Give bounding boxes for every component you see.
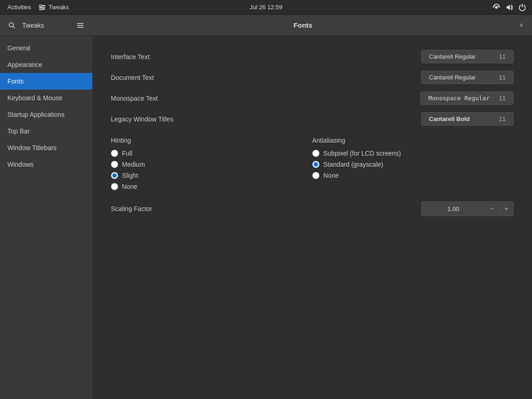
document-text-label: Document Text [111,74,421,81]
antialiasing-subpixel-label: Subpixel (for LCD screens) [323,150,401,157]
app-header-left: Tweaks [0,19,92,32]
hinting-full-option[interactable]: Full [111,150,312,157]
document-text-size: 11 [499,74,506,81]
topbar-right [492,3,526,12]
hinting-medium-option[interactable]: Medium [111,161,312,168]
monospace-text-button[interactable]: Monospace Regular 11 [420,91,514,105]
hinting-label: Hinting [111,137,312,144]
tweaks-app-icon [38,4,46,11]
hamburger-button[interactable] [74,19,87,32]
sidebar-item-top-bar[interactable]: Top Bar [0,123,92,139]
hinting-full-radio[interactable] [111,150,118,157]
hinting-slight-label: Slight [122,172,138,179]
svg-point-5 [40,8,42,10]
hinting-antialiasing-section: Hinting Full Medium Slight [111,137,514,190]
document-text-button[interactable]: Cantarell Regular 11 [421,71,514,84]
scaling-plus-button[interactable]: + [500,202,513,216]
monospace-text-label: Monospace Text [111,95,420,102]
svg-point-6 [495,6,498,9]
topbar-left: Activities Tweaks [6,3,69,12]
sidebar-item-appearance[interactable]: Appearance [0,56,92,73]
document-text-font: Cantarell Regular [429,74,476,81]
antialiasing-subpixel-radio[interactable] [312,150,320,157]
legacy-window-titles-label: Legacy Window Titles [111,115,421,123]
svg-rect-9 [77,25,84,26]
app-title: Tweaks [22,22,70,29]
section-title: Fonts [294,21,313,29]
antialiasing-standard-option[interactable]: Standard (grayscale) [312,161,514,168]
hinting-none-radio[interactable] [111,183,118,190]
svg-rect-8 [77,23,84,24]
volume-icon[interactable] [505,3,514,12]
tweaks-label: Tweaks [48,4,69,11]
document-text-row: Document Text Cantarell Regular 11 [111,71,514,84]
antialiasing-standard-radio[interactable] [312,161,320,168]
activities-button[interactable]: Activities [6,3,33,12]
scaling-factor-value: 1.00 [422,203,485,215]
search-button[interactable] [6,19,18,32]
sidebar-item-fonts[interactable]: Fonts [0,73,92,90]
hinting-full-label: Full [122,150,133,157]
monospace-text-size: 11 [499,95,506,102]
hinting-none-label: None [122,183,137,190]
sidebar-item-window-titlebars[interactable]: Window Titlebars [0,139,92,156]
antialiasing-none-option[interactable]: None [312,172,514,179]
sidebar-item-startup-applications[interactable]: Startup Applications [0,106,92,123]
topbar-datetime: Jul 26 12:59 [250,4,283,11]
legacy-window-titles-button[interactable]: Cantarell Bold 11 [421,112,514,126]
hinting-slight-option[interactable]: Slight [111,172,312,179]
hinting-none-option[interactable]: None [111,183,312,190]
svg-point-3 [40,5,42,6]
scaling-minus-button[interactable]: − [485,202,499,216]
interface-text-row: Interface Text Cantarell Regular 11 [111,50,514,63]
app-header-center: Fonts [92,21,514,29]
hinting-medium-radio[interactable] [111,161,118,168]
legacy-window-titles-row: Legacy Window Titles Cantarell Bold 11 [111,112,514,126]
sidebar: General Appearance Fonts Keyboard & Mous… [0,36,92,399]
antialiasing-column: Antialiasing Subpixel (for LCD screens) … [312,137,514,190]
interface-text-button[interactable]: Cantarell Regular 11 [421,50,514,63]
interface-text-size: 11 [499,53,506,60]
scaling-factor-label: Scaling Factor [111,205,421,212]
antialiasing-none-radio[interactable] [312,172,320,179]
scaling-control: 1.00 − + [421,201,514,216]
network-icon[interactable] [492,3,501,12]
svg-rect-10 [77,27,84,28]
scaling-factor-row: Scaling Factor 1.00 − + [111,201,514,216]
sidebar-item-windows[interactable]: Windows [0,156,92,173]
antialiasing-standard-label: Standard (grayscale) [323,161,383,168]
svg-point-4 [42,6,44,8]
antialiasing-radio-group: Subpixel (for LCD screens) Standard (gra… [312,150,514,179]
content-area: Interface Text Cantarell Regular 11 Docu… [92,36,532,399]
interface-text-font: Cantarell Regular [429,53,476,60]
antialiasing-subpixel-option[interactable]: Subpixel (for LCD screens) [312,150,514,157]
hinting-slight-radio[interactable] [111,172,118,179]
close-button[interactable]: × [516,20,526,30]
topbar: Activities Tweaks Jul 26 12:59 [0,0,532,15]
hinting-medium-label: Medium [122,161,145,168]
legacy-window-titles-size: 11 [499,115,506,122]
monospace-text-font: Monospace Regular [428,95,490,102]
antialiasing-label: Antialiasing [312,137,514,144]
hinting-column: Hinting Full Medium Slight [111,137,312,190]
tweaks-appindicator[interactable]: Tweaks [38,4,69,11]
main-layout: General Appearance Fonts Keyboard & Mous… [0,36,532,399]
app-container: Tweaks Fonts × General Appearance Fonts … [0,15,532,399]
power-icon[interactable] [518,3,526,12]
sidebar-item-general[interactable]: General [0,40,92,56]
app-header: Tweaks Fonts × [0,15,532,36]
hinting-radio-group: Full Medium Slight None [111,150,312,190]
sidebar-item-keyboard-mouse[interactable]: Keyboard & Mouse [0,90,92,106]
legacy-window-titles-font: Cantarell Bold [429,115,470,122]
app-header-right: × [514,20,532,30]
interface-text-label: Interface Text [111,53,421,60]
antialiasing-none-label: None [323,172,339,179]
monospace-text-row: Monospace Text Monospace Regular 11 [111,91,514,105]
